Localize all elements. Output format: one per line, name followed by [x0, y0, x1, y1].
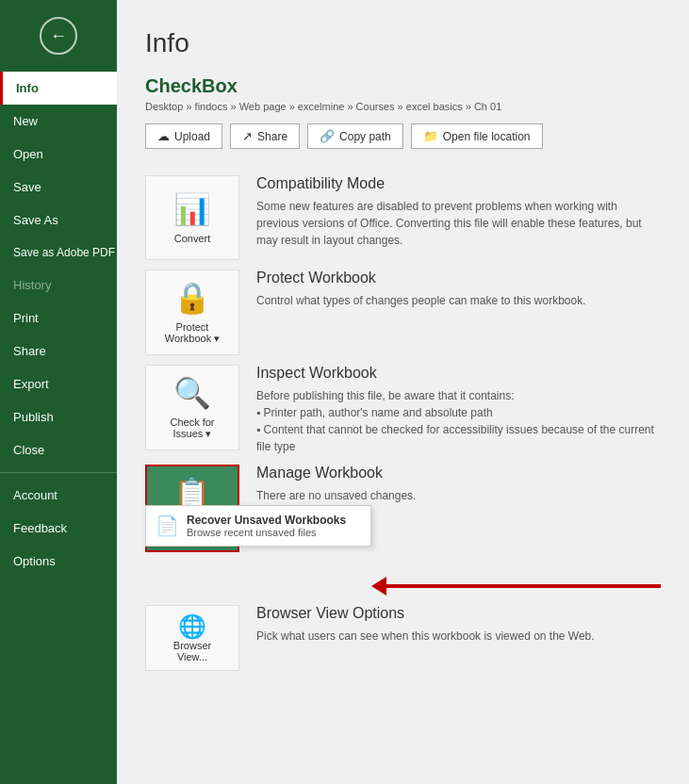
share-icon: ↗	[242, 129, 253, 143]
browser-section: 🌐 BrowserView... Browser View Options Pi…	[145, 605, 661, 671]
sidebar-item-share[interactable]: Share	[0, 335, 117, 368]
sidebar-item-export[interactable]: Export	[0, 368, 117, 400]
page-title: Info	[145, 28, 661, 58]
upload-icon: ☁	[157, 129, 170, 143]
workbook-name: CheckBox	[145, 75, 661, 97]
protect-title: Protect Workbook	[256, 270, 661, 286]
manage-content: Manage Workbook There are no unsaved cha…	[256, 465, 661, 504]
convert-label: Convert	[174, 233, 211, 244]
arrow-container	[371, 577, 661, 596]
sidebar-item-open[interactable]: Open	[0, 138, 117, 171]
recover-texts: Recover Unsaved Workbooks Browse recent …	[187, 514, 346, 538]
sidebar-item-history[interactable]: History	[0, 269, 117, 302]
manage-desc: There are no unsaved changes.	[256, 487, 661, 504]
sidebar-item-account[interactable]: Account	[0, 479, 117, 512]
protect-desc: Control what types of changes people can…	[256, 292, 661, 309]
main-content: Info CheckBox Desktop » findocs » Web pa…	[117, 0, 689, 784]
sidebar-item-save-as[interactable]: Save As	[0, 204, 117, 237]
browser-label: BrowserView...	[173, 640, 211, 662]
inspect-icon: 🔍	[173, 375, 211, 411]
recover-sub: Browse recent unsaved files	[187, 527, 346, 538]
inspect-icon-box[interactable]: 🔍 Check forIssues ▾	[145, 365, 239, 450]
convert-title: Compatibility Mode	[256, 175, 661, 192]
sidebar-divider	[0, 472, 117, 473]
convert-icon-box[interactable]: 📊 Convert	[145, 175, 239, 260]
share-button[interactable]: ↗ Share	[230, 123, 300, 149]
recover-title: Recover Unsaved Workbooks	[187, 514, 346, 527]
browser-desc: Pick what users can see when this workbo…	[256, 628, 661, 645]
sidebar-item-print[interactable]: Print	[0, 302, 117, 335]
browser-icon: 🌐	[178, 613, 206, 640]
sidebar-item-feedback[interactable]: Feedback	[0, 512, 117, 545]
breadcrumb: Desktop » findocs » Web page » excelmine…	[145, 101, 661, 112]
convert-section: 📊 Convert Compatibility Mode Some new fe…	[145, 175, 661, 260]
upload-button[interactable]: ☁ Upload	[145, 123, 222, 149]
protect-icon-box[interactable]: 🔒 ProtectWorkbook ▾	[145, 270, 239, 355]
recover-dropdown: 📄 Recover Unsaved Workbooks Browse recen…	[145, 505, 371, 547]
manage-title: Manage Workbook	[256, 465, 661, 482]
browser-content: Browser View Options Pick what users can…	[256, 605, 661, 645]
convert-content: Compatibility Mode Some new features are…	[256, 175, 661, 249]
back-button-container: ←	[0, 0, 117, 72]
protect-section: 🔒 ProtectWorkbook ▾ Protect Workbook Con…	[145, 270, 661, 355]
sidebar-item-close[interactable]: Close	[0, 433, 117, 466]
inspect-content: Inspect Workbook Before publishing this …	[256, 365, 661, 455]
arrow-head	[371, 577, 386, 596]
inspect-list: Printer path, author's name and absolute…	[256, 404, 661, 455]
inspect-list-item-1: Printer path, author's name and absolute…	[256, 404, 661, 421]
inspect-title: Inspect Workbook	[256, 365, 661, 382]
protect-icon: 🔒	[173, 280, 211, 316]
copy-path-button[interactable]: 🔗 Copy path	[307, 123, 403, 149]
browser-icon-box[interactable]: 🌐 BrowserView...	[145, 605, 239, 671]
convert-icon: 📊	[173, 191, 211, 227]
back-button[interactable]: ←	[40, 17, 77, 55]
open-location-button[interactable]: 📁 Open file location	[411, 123, 543, 149]
protect-label: ProtectWorkbook ▾	[165, 321, 220, 345]
protect-content: Protect Workbook Control what types of c…	[256, 270, 661, 309]
arrow-line	[386, 584, 661, 588]
sidebar-item-new[interactable]: New	[0, 105, 117, 138]
inspect-desc-intro: Before publishing this file, be aware th…	[256, 389, 515, 402]
inspect-list-item-2: Content that cannot be checked for acces…	[256, 421, 661, 455]
sidebar-item-options[interactable]: Options	[0, 545, 117, 578]
inspect-section: 🔍 Check forIssues ▾ Inspect Workbook Bef…	[145, 365, 661, 455]
copy-path-icon: 🔗	[320, 129, 335, 143]
sidebar-item-publish[interactable]: Publish	[0, 400, 117, 433]
browser-title: Browser View Options	[256, 605, 661, 622]
sidebar: ← Info New Open Save Save As Save as Ado…	[0, 0, 117, 784]
inspect-desc: Before publishing this file, be aware th…	[256, 387, 661, 455]
open-location-icon: 📁	[423, 129, 438, 143]
inspect-label: Check forIssues ▾	[170, 416, 214, 440]
sidebar-item-save-as-pdf[interactable]: Save as Adobe PDF	[0, 237, 117, 269]
file-actions-bar: ☁ Upload ↗ Share 🔗 Copy path 📁 Open file…	[145, 123, 661, 149]
sidebar-item-info[interactable]: Info	[0, 72, 117, 105]
convert-desc: Some new features are disabled to preven…	[256, 198, 661, 249]
recover-icon: 📄	[156, 514, 179, 537]
sidebar-item-save[interactable]: Save	[0, 171, 117, 204]
recover-unsaved-item[interactable]: 📄 Recover Unsaved Workbooks Browse recen…	[146, 506, 370, 546]
